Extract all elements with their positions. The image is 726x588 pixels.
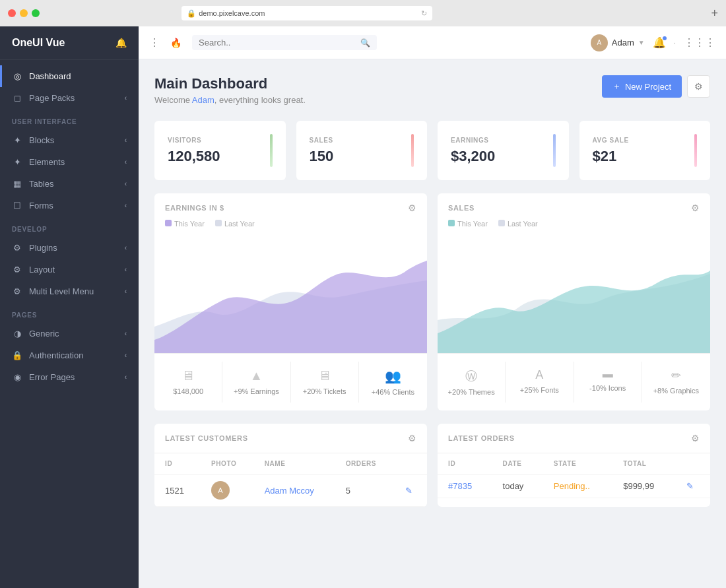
col-orders: ORDERS [335,453,395,474]
customer-edit[interactable]: ✎ [395,474,427,507]
close-button[interactable] [8,9,16,17]
sidebar-item-authentication[interactable]: 🔒 Authentication ‹ [0,344,139,366]
earnings-chart-title: EARNINGS IN $ [165,204,224,212]
stat-tickets-label: +20% Tickets [303,387,346,395]
edit-icon[interactable]: ✎ [405,486,412,496]
chart-legend: This Year Last Year [438,220,710,234]
dashboard-icon: ◎ [12,71,22,81]
tables-row: LATEST CUSTOMERS ⚙ ID PHOTO NAME ORDERS [154,424,710,507]
sidebar-item-blocks[interactable]: ✦ Blocks ‹ [0,129,139,151]
generic-icon: ◑ [12,329,22,339]
subtitle-name: Adam [192,95,214,105]
subtitle-suffix: , everything looks great. [214,95,306,105]
section-pages: Pages [0,302,139,323]
customers-settings-icon[interactable]: ⚙ [408,433,416,443]
new-tab-button[interactable]: + [711,7,718,19]
chart-header: SALES ⚙ [438,193,710,220]
legend-last-year: Last Year [215,220,255,228]
minimize-button[interactable] [20,9,28,17]
wordpress-icon: Ⓦ [465,368,477,384]
tables-icon: ▦ [12,179,22,189]
multilevel-icon: ⚙ [12,286,22,296]
chart-stat-clients: 👥 +46% Clients [359,362,427,403]
forms-icon: ☐ [12,201,22,211]
sidebar-item-dashboard[interactable]: ◎ Dashboard [0,65,139,87]
stat-fonts-label: +25% Fonts [520,386,559,394]
chevron-icon: ‹ [125,158,127,166]
notification-dot [663,36,667,40]
stat-label: EARNINGS [451,137,495,144]
address-bar[interactable]: 🔒 demo.pixelcave.com ↻ [182,6,432,20]
edit-icon[interactable]: ✎ [686,481,694,491]
sidebar-item-forms[interactable]: ☐ Forms ‹ [0,195,139,216]
fonts-icon: A [535,368,543,382]
order-date: today [492,474,543,498]
sidebar-item-label: Blocks [29,135,54,145]
sidebar-item-page-packs[interactable]: ◻ Page Packs ‹ [0,87,139,109]
sidebar-item-generic[interactable]: ◑ Generic ‹ [0,323,139,344]
sidebar-nav: ◎ Dashboard ◻ Page Packs ‹ User Interfac… [0,60,139,393]
order-total: $999,99 [612,474,676,498]
sidebar-item-tables[interactable]: ▦ Tables ‹ [0,173,139,195]
stat-value: $21 [593,148,629,165]
topbar: ⋮ 🔥 🔍 A Adam ▼ 🔔 · ⋮⋮⋮ [139,26,726,59]
col-order-id: ID [438,453,492,474]
chevron-icon: ‹ [125,137,127,144]
topbar-menu-button[interactable]: ⋮ [149,36,160,49]
settings-button[interactable]: ⚙ [687,75,710,98]
gear-icon: ⚙ [694,81,703,92]
grid-menu-button[interactable]: ⋮⋮⋮ [684,36,715,49]
sidebar-bell-icon[interactable]: 🔔 [116,38,127,48]
user-menu-button[interactable]: A Adam ▼ [591,34,645,51]
sales-chart-svg [438,234,710,353]
sidebar-item-layout[interactable]: ⚙ Layout ‹ [0,259,139,280]
chevron-icon: ‹ [125,244,127,251]
chevron-icon: ‹ [125,202,127,209]
chart-header: EARNINGS IN $ ⚙ [154,193,427,220]
search-input[interactable] [199,38,356,48]
customer-id: 1521 [154,474,201,507]
orders-table: ID DATE STATE TOTAL #7835 today [438,453,710,498]
order-edit[interactable]: ✎ [676,474,710,498]
order-id: #7835 [438,474,492,498]
topbar-fire-button[interactable]: 🔥 [168,35,184,51]
browser-chrome: 🔒 demo.pixelcave.com ↻ + [0,0,726,26]
sidebar-item-label: Authentication [29,350,83,360]
maximize-button[interactable] [32,9,40,17]
orders-settings-icon[interactable]: ⚙ [691,433,700,443]
stat-bar [694,134,697,167]
customer-photo: A [201,474,254,507]
stat-value: 120,580 [168,148,220,165]
new-project-button[interactable]: ＋ New Project [602,75,682,98]
sales-chart-area [438,234,710,353]
notifications-button[interactable]: 🔔 [653,36,666,49]
earnings-chart-area [154,234,427,353]
table-row: #7835 today Pending.. $999,99 ✎ [438,474,710,498]
blocks-icon: ✦ [12,135,22,145]
customers-table: ID PHOTO NAME ORDERS 1521 A [154,453,427,507]
clients-icon: 👥 [385,368,401,384]
sidebar-item-elements[interactable]: ✦ Elements ‹ [0,151,139,173]
sidebar-item-error-pages[interactable]: ◉ Error Pages ‹ [0,366,139,388]
sidebar-item-multi-level[interactable]: ⚙ Multi Level Menu ‹ [0,280,139,302]
stat-label: SALES [310,137,334,144]
sidebar-item-label: Layout [29,265,55,275]
refresh-icon[interactable]: ↻ [421,9,427,18]
stats-row: VISITORS 120,580 SALES 150 EARNINGS $3 [154,121,710,180]
sidebar-item-plugins[interactable]: ⚙ Plugins ‹ [0,237,139,259]
stat-info: AVG SALE $21 [593,137,629,165]
customer-orders: 5 [335,474,395,507]
stat-card-earnings: EARNINGS $3,200 [438,121,569,180]
col-id: ID [154,453,201,474]
layout-icon: ⚙ [12,265,22,275]
stat-info: EARNINGS $3,200 [451,137,495,165]
section-develop: Develop [0,216,139,237]
chevron-icon: ‹ [125,288,127,295]
page-header-text: Main Dashboard Welcome Adam, everything … [154,75,306,105]
sales-chart-settings-icon[interactable]: ⚙ [691,203,700,213]
charts-row: EARNINGS IN $ ⚙ This Year Last Year [154,193,710,410]
stat-card-avg-sale: AVG SALE $21 [579,121,711,180]
icons-icon: ▬ [603,368,613,380]
sales-chart-title: SALES [448,204,475,212]
earnings-chart-settings-icon[interactable]: ⚙ [408,203,416,213]
